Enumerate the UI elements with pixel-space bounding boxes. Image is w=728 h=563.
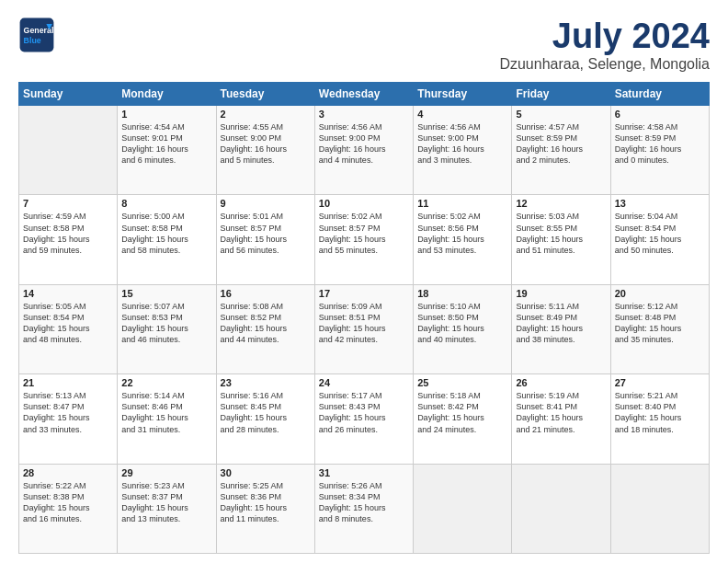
day-info: Sunrise: 5:21 AM Sunset: 8:40 PM Dayligh… xyxy=(615,390,705,435)
day-info: Sunrise: 5:18 AM Sunset: 8:42 PM Dayligh… xyxy=(417,390,507,435)
calendar-cell: 20Sunrise: 5:12 AM Sunset: 8:48 PM Dayli… xyxy=(610,284,709,373)
calendar-cell: 11Sunrise: 5:02 AM Sunset: 8:56 PM Dayli… xyxy=(414,195,512,284)
calendar-week-row: 14Sunrise: 5:05 AM Sunset: 8:54 PM Dayli… xyxy=(19,284,710,373)
day-number: 23 xyxy=(221,377,311,388)
day-info: Sunrise: 5:11 AM Sunset: 8:49 PM Dayligh… xyxy=(516,301,606,346)
calendar-cell: 5Sunrise: 4:57 AM Sunset: 8:59 PM Daylig… xyxy=(512,106,610,195)
calendar-cell: 21Sunrise: 5:13 AM Sunset: 8:47 PM Dayli… xyxy=(19,374,118,464)
day-info: Sunrise: 4:56 AM Sunset: 9:00 PM Dayligh… xyxy=(417,121,507,167)
day-info: Sunrise: 5:07 AM Sunset: 8:53 PM Dayligh… xyxy=(121,301,211,346)
day-info: Sunrise: 5:09 AM Sunset: 8:51 PM Dayligh… xyxy=(319,301,409,346)
day-info: Sunrise: 5:17 AM Sunset: 8:43 PM Dayligh… xyxy=(319,390,409,435)
page: General Blue July 2024 Dzuunharaa, Selen… xyxy=(0,0,728,563)
logo-icon: General Blue xyxy=(18,17,55,53)
calendar-cell: 9Sunrise: 5:01 AM Sunset: 8:57 PM Daylig… xyxy=(216,195,314,284)
day-number: 1 xyxy=(121,109,211,120)
day-info: Sunrise: 4:58 AM Sunset: 8:59 PM Dayligh… xyxy=(615,121,705,167)
day-info: Sunrise: 5:14 AM Sunset: 8:46 PM Dayligh… xyxy=(121,390,211,435)
title-area: July 2024 Dzuunharaa, Selenge, Mongolia xyxy=(499,17,710,73)
day-info: Sunrise: 5:03 AM Sunset: 8:55 PM Dayligh… xyxy=(516,211,606,256)
day-number: 16 xyxy=(221,288,311,299)
calendar-week-row: 21Sunrise: 5:13 AM Sunset: 8:47 PM Dayli… xyxy=(19,374,710,464)
calendar-header-saturday: Saturday xyxy=(610,83,709,106)
svg-text:Blue: Blue xyxy=(24,36,41,45)
day-info: Sunrise: 5:16 AM Sunset: 8:45 PM Dayligh… xyxy=(221,390,311,435)
day-number: 10 xyxy=(319,198,409,209)
header: General Blue July 2024 Dzuunharaa, Selen… xyxy=(18,17,710,73)
calendar-header-monday: Monday xyxy=(118,83,216,106)
calendar-cell: 15Sunrise: 5:07 AM Sunset: 8:53 PM Dayli… xyxy=(118,284,216,373)
calendar-cell: 27Sunrise: 5:21 AM Sunset: 8:40 PM Dayli… xyxy=(610,374,709,464)
day-number: 5 xyxy=(516,109,606,120)
main-title: July 2024 xyxy=(499,17,710,56)
day-info: Sunrise: 5:25 AM Sunset: 8:36 PM Dayligh… xyxy=(221,480,311,525)
calendar-cell: 6Sunrise: 4:58 AM Sunset: 8:59 PM Daylig… xyxy=(610,106,709,195)
day-number: 24 xyxy=(319,377,409,388)
calendar-cell: 16Sunrise: 5:08 AM Sunset: 8:52 PM Dayli… xyxy=(216,284,314,373)
day-number: 29 xyxy=(121,467,211,478)
day-number: 13 xyxy=(615,198,705,209)
calendar-cell xyxy=(19,106,118,195)
day-info: Sunrise: 4:57 AM Sunset: 8:59 PM Dayligh… xyxy=(516,121,606,167)
day-number: 30 xyxy=(221,467,311,478)
day-info: Sunrise: 5:05 AM Sunset: 8:54 PM Dayligh… xyxy=(23,301,113,346)
day-number: 14 xyxy=(23,288,113,299)
day-info: Sunrise: 5:23 AM Sunset: 8:37 PM Dayligh… xyxy=(121,480,211,525)
calendar-week-row: 1Sunrise: 4:54 AM Sunset: 9:01 PM Daylig… xyxy=(19,106,710,195)
day-number: 8 xyxy=(121,198,211,209)
calendar-cell: 28Sunrise: 5:22 AM Sunset: 8:38 PM Dayli… xyxy=(19,464,118,553)
day-info: Sunrise: 4:56 AM Sunset: 9:00 PM Dayligh… xyxy=(319,121,409,167)
day-info: Sunrise: 4:59 AM Sunset: 8:58 PM Dayligh… xyxy=(23,211,113,256)
calendar-cell: 2Sunrise: 4:55 AM Sunset: 9:00 PM Daylig… xyxy=(216,106,314,195)
day-info: Sunrise: 5:26 AM Sunset: 8:34 PM Dayligh… xyxy=(319,480,409,525)
calendar-header-thursday: Thursday xyxy=(414,83,512,106)
svg-rect-0 xyxy=(20,18,54,52)
day-info: Sunrise: 5:00 AM Sunset: 8:58 PM Dayligh… xyxy=(121,211,211,256)
day-number: 18 xyxy=(417,288,507,299)
calendar-cell: 30Sunrise: 5:25 AM Sunset: 8:36 PM Dayli… xyxy=(216,464,314,553)
calendar-cell: 18Sunrise: 5:10 AM Sunset: 8:50 PM Dayli… xyxy=(414,284,512,373)
calendar-cell: 17Sunrise: 5:09 AM Sunset: 8:51 PM Dayli… xyxy=(314,284,413,373)
day-info: Sunrise: 5:12 AM Sunset: 8:48 PM Dayligh… xyxy=(615,301,705,346)
calendar-cell xyxy=(610,464,709,553)
day-number: 27 xyxy=(615,377,705,388)
calendar-cell: 19Sunrise: 5:11 AM Sunset: 8:49 PM Dayli… xyxy=(512,284,610,373)
calendar-cell: 4Sunrise: 4:56 AM Sunset: 9:00 PM Daylig… xyxy=(414,106,512,195)
calendar-cell: 7Sunrise: 4:59 AM Sunset: 8:58 PM Daylig… xyxy=(19,195,118,284)
calendar-cell: 31Sunrise: 5:26 AM Sunset: 8:34 PM Dayli… xyxy=(314,464,413,553)
calendar-cell: 29Sunrise: 5:23 AM Sunset: 8:37 PM Dayli… xyxy=(118,464,216,553)
day-number: 7 xyxy=(23,198,113,209)
calendar-cell: 3Sunrise: 4:56 AM Sunset: 9:00 PM Daylig… xyxy=(314,106,413,195)
calendar-cell: 24Sunrise: 5:17 AM Sunset: 8:43 PM Dayli… xyxy=(314,374,413,464)
day-number: 4 xyxy=(417,109,507,120)
calendar-cell: 1Sunrise: 4:54 AM Sunset: 9:01 PM Daylig… xyxy=(118,106,216,195)
subtitle: Dzuunharaa, Selenge, Mongolia xyxy=(499,56,710,73)
day-number: 25 xyxy=(417,377,507,388)
day-info: Sunrise: 5:08 AM Sunset: 8:52 PM Dayligh… xyxy=(221,301,311,346)
calendar-cell: 23Sunrise: 5:16 AM Sunset: 8:45 PM Dayli… xyxy=(216,374,314,464)
day-number: 2 xyxy=(221,109,311,120)
day-info: Sunrise: 5:19 AM Sunset: 8:41 PM Dayligh… xyxy=(516,390,606,435)
day-info: Sunrise: 5:22 AM Sunset: 8:38 PM Dayligh… xyxy=(23,480,113,525)
day-number: 6 xyxy=(615,109,705,120)
day-number: 20 xyxy=(615,288,705,299)
day-info: Sunrise: 4:55 AM Sunset: 9:00 PM Dayligh… xyxy=(221,121,311,167)
calendar-header-sunday: Sunday xyxy=(19,83,118,106)
day-number: 3 xyxy=(319,109,409,120)
calendar-cell: 13Sunrise: 5:04 AM Sunset: 8:54 PM Dayli… xyxy=(610,195,709,284)
day-number: 17 xyxy=(319,288,409,299)
calendar-header-tuesday: Tuesday xyxy=(216,83,314,106)
calendar-cell xyxy=(512,464,610,553)
logo: General Blue xyxy=(18,17,55,53)
calendar-cell: 25Sunrise: 5:18 AM Sunset: 8:42 PM Dayli… xyxy=(414,374,512,464)
day-number: 11 xyxy=(417,198,507,209)
day-number: 22 xyxy=(121,377,211,388)
calendar-cell: 14Sunrise: 5:05 AM Sunset: 8:54 PM Dayli… xyxy=(19,284,118,373)
day-number: 12 xyxy=(516,198,606,209)
day-info: Sunrise: 5:10 AM Sunset: 8:50 PM Dayligh… xyxy=(417,301,507,346)
day-number: 15 xyxy=(121,288,211,299)
calendar-header-wednesday: Wednesday xyxy=(314,83,413,106)
calendar-cell: 10Sunrise: 5:02 AM Sunset: 8:57 PM Dayli… xyxy=(314,195,413,284)
day-number: 19 xyxy=(516,288,606,299)
day-info: Sunrise: 5:02 AM Sunset: 8:56 PM Dayligh… xyxy=(417,211,507,256)
